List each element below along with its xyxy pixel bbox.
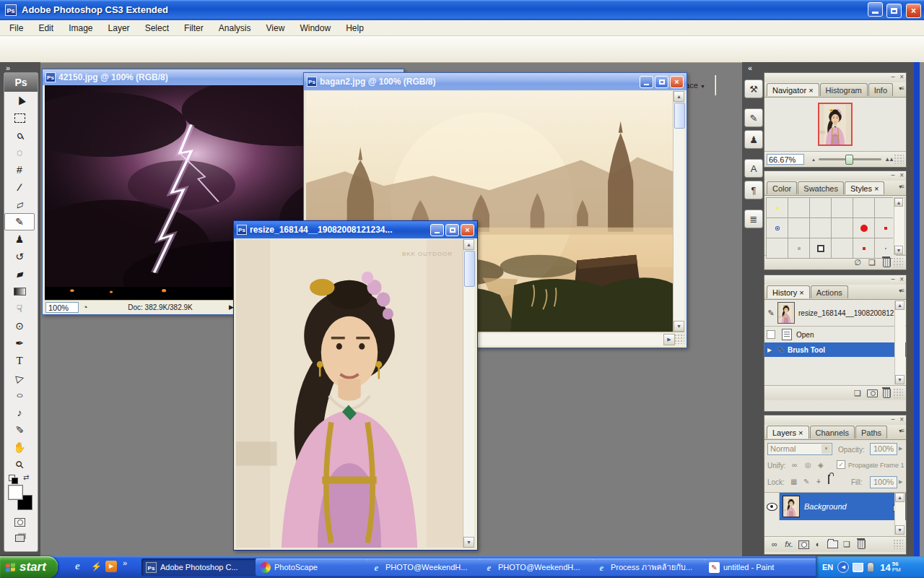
style-swatch[interactable] — [788, 198, 809, 217]
doc2-minimize-button[interactable] — [640, 76, 653, 88]
task-photoscape[interactable]: PhotoScape — [256, 558, 371, 576]
dodge-tool[interactable]: ⊙ — [4, 317, 35, 335]
scroll-down-icon[interactable]: ▼ — [895, 525, 905, 535]
doc3-canvas[interactable]: BKK OUTDOOR — [236, 239, 463, 548]
layers-vscrollbar[interactable]: ▲ ▼ — [894, 493, 905, 535]
delete-layer-button[interactable] — [854, 539, 868, 550]
delete-style-button[interactable] — [879, 257, 894, 268]
navigator-zoom-slider[interactable] — [819, 158, 881, 160]
layer-opacity-field[interactable]: 100% — [870, 443, 897, 455]
layer-comps-icon[interactable]: ≣ — [744, 210, 763, 228]
new-style-button[interactable]: ❏ — [865, 257, 879, 268]
panel-menu-icon[interactable]: ▾≡ — [899, 184, 904, 190]
lock-transparency-icon[interactable]: ▦ — [790, 478, 797, 486]
blend-mode-select[interactable]: Normal ▼ — [767, 443, 832, 455]
character-panel-icon[interactable]: A — [744, 159, 763, 178]
hand-tool[interactable]: ✋ — [4, 439, 35, 456]
doc3-minimize-button[interactable] — [430, 224, 444, 236]
menu-file[interactable]: File — [3, 20, 30, 36]
navigator-preview[interactable] — [764, 98, 906, 151]
scroll-up-icon[interactable]: ▲ — [463, 239, 474, 250]
layer-visibility-cell[interactable] — [764, 493, 780, 520]
language-indicator[interactable]: EN — [822, 563, 833, 571]
tab-swatches[interactable]: Swatches — [798, 181, 844, 194]
panel-minimize-button[interactable]: − — [886, 171, 895, 179]
layer-fill-field[interactable]: 100% — [870, 476, 897, 488]
task-photo-weekend-2[interactable]: e PHOTO@WeekendH... — [479, 558, 596, 576]
foreground-color-swatch[interactable] — [8, 485, 23, 500]
doc2-maximize-button[interactable] — [655, 76, 668, 88]
doc1-zoom-field[interactable]: 100% — [45, 302, 79, 313]
scroll-down-icon[interactable]: ▼ — [463, 537, 474, 548]
doc3-maximize-button[interactable] — [445, 224, 459, 236]
panel-menu-icon[interactable]: ▾≡ — [899, 428, 904, 434]
quick-mask-button[interactable] — [4, 514, 35, 531]
start-button[interactable]: start — [0, 556, 58, 578]
link-layers-button[interactable]: ∞ — [767, 539, 782, 550]
history-snapshot-row[interactable]: ✎ resize_168144__19082008121... — [764, 300, 906, 327]
audio-annotation-tool[interactable]: ♪ — [4, 404, 35, 421]
type-tool[interactable]: T — [4, 352, 35, 369]
doc2-close-button[interactable]: × — [670, 76, 684, 88]
style-swatch[interactable] — [875, 218, 896, 238]
toolbox-collapse-button[interactable]: » — [6, 64, 10, 72]
task-photo-weekend-1[interactable]: e PHOTO@WeekendH... — [367, 558, 484, 576]
style-swatch[interactable] — [832, 198, 853, 217]
style-swatch[interactable] — [767, 218, 788, 238]
tool-presets-icon[interactable]: ⚒ — [744, 79, 763, 98]
marquee-tool[interactable] — [4, 109, 35, 126]
quicklaunch-overflow-icon[interactable]: » — [123, 558, 127, 567]
new-snapshot-button[interactable] — [865, 388, 879, 399]
app-titlebar[interactable]: Ps Adobe Photoshop CS3 Extended × — [0, 0, 924, 20]
new-group-button[interactable] — [825, 539, 840, 550]
panel-minimize-button[interactable]: − — [886, 275, 895, 283]
quicklaunch-ie-icon[interactable]: e — [75, 560, 80, 572]
display-tray-icon[interactable] — [853, 563, 863, 571]
task-process[interactable]: e Process ภาพคล้ายกับ... — [592, 558, 709, 576]
zoom-tool[interactable]: ⚲ — [4, 456, 35, 473]
move-tool[interactable]: ▶ — [4, 92, 35, 109]
panel-resize-grip[interactable] — [894, 258, 903, 267]
history-source-icon[interactable]: ✎ — [764, 308, 777, 319]
pen-tool[interactable]: ✒ — [4, 335, 35, 352]
dock-collapse-button[interactable]: « — [748, 64, 752, 72]
doc2-vscrollbar[interactable]: ▲ ▼ — [673, 91, 684, 332]
gradient-tool[interactable] — [4, 282, 35, 300]
tab-history[interactable]: History × — [767, 285, 810, 298]
style-swatch[interactable] — [810, 198, 831, 217]
doc2-titlebar[interactable]: Ps bagan2.jpg @ 100% (RGB/8) × — [304, 73, 687, 90]
toolbox-header[interactable]: Ps — [4, 73, 38, 92]
tab-actions[interactable]: Actions — [811, 285, 848, 298]
panel-menu-icon[interactable]: ▾≡ — [899, 85, 904, 92]
menu-window[interactable]: Window — [293, 20, 337, 36]
tab-paths[interactable]: Paths — [855, 426, 887, 439]
scroll-down-icon[interactable]: ▼ — [895, 375, 905, 384]
panel-resize-grip[interactable] — [894, 389, 903, 398]
scroll-up-icon[interactable]: ▲ — [895, 301, 905, 310]
add-layer-mask-button[interactable] — [796, 539, 811, 550]
unify-position-icon[interactable]: ∞ — [792, 461, 797, 469]
maximize-button[interactable] — [886, 4, 902, 18]
panel-minimize-button[interactable]: − — [886, 415, 895, 423]
history-state-checkbox[interactable] — [767, 330, 775, 339]
style-swatch[interactable] — [853, 238, 874, 258]
zoom-slider-handle[interactable] — [845, 155, 853, 165]
clear-style-button[interactable]: ∅ — [850, 257, 865, 268]
clone-stamp-tool[interactable]: ♟ — [4, 230, 35, 248]
close-button[interactable]: × — [906, 4, 921, 18]
style-swatch[interactable] — [832, 218, 853, 238]
doc3-close-button[interactable]: × — [461, 224, 474, 236]
lock-position-icon[interactable]: + — [816, 478, 821, 486]
scroll-up-icon[interactable]: ▲ — [674, 91, 684, 102]
style-swatch[interactable] — [788, 238, 809, 258]
task-photoshop[interactable]: Ps Adobe Photoshop C... — [141, 558, 260, 576]
lasso-tool[interactable]: ρ — [4, 126, 35, 144]
unify-style-icon[interactable]: ◈ — [818, 461, 824, 469]
scroll-down-icon[interactable]: ▼ — [674, 321, 684, 332]
menu-analysis[interactable]: Analysis — [212, 20, 258, 36]
styles-vscrollbar[interactable]: ▲ ▼ — [894, 197, 905, 255]
panel-resize-grip[interactable] — [894, 540, 903, 549]
doc2-resize-grip[interactable] — [675, 335, 684, 344]
menu-view[interactable]: View — [260, 20, 292, 36]
crop-tool[interactable]: # — [4, 161, 35, 178]
